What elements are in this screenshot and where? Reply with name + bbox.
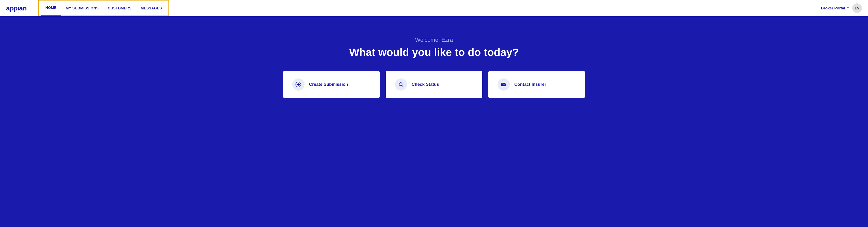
user-avatar[interactable]: EV [852, 3, 862, 13]
hero-title: What would you like to do today? [349, 46, 519, 59]
contact-insurer-label: Contact Insurer [514, 82, 546, 87]
welcome-text: Welcome, Ezra [415, 37, 453, 43]
nav-item-my-submissions[interactable]: MY SUBMISSIONS [61, 1, 103, 16]
check-status-icon-circle [395, 78, 407, 91]
svg-text:appian: appian [6, 4, 27, 12]
check-status-card[interactable]: Check Status [386, 71, 482, 98]
create-submission-icon-circle [292, 78, 304, 91]
contact-insurer-card[interactable]: Contact Insurer [488, 71, 585, 98]
nav-item-home[interactable]: HOME [41, 1, 61, 16]
create-submission-card[interactable]: Create Submission [283, 71, 380, 98]
hero-section: Welcome, Ezra What would you like to do … [0, 16, 868, 227]
header-right: Broker Portal ▼ EV [821, 3, 862, 13]
app-header: appian HOME MY SUBMISSIONS CUSTOMERS MES… [0, 0, 868, 16]
svg-line-5 [402, 85, 403, 87]
action-cards-container: Create Submission Check Status Contact I… [282, 71, 586, 98]
nav-item-customers[interactable]: CUSTOMERS [103, 1, 136, 16]
main-nav: HOME MY SUBMISSIONS CUSTOMERS MESSAGES [38, 0, 169, 16]
nav-item-messages[interactable]: MESSAGES [136, 1, 166, 16]
contact-insurer-icon-circle [498, 78, 510, 91]
broker-portal-label: Broker Portal [821, 6, 845, 10]
logo-area: appian [6, 4, 33, 12]
check-status-label: Check Status [412, 82, 439, 87]
create-submission-label: Create Submission [309, 82, 348, 87]
chevron-down-icon: ▼ [847, 7, 849, 9]
search-icon [398, 82, 404, 87]
appian-logo: appian [6, 4, 33, 12]
plus-icon [296, 82, 301, 87]
broker-portal-dropdown[interactable]: Broker Portal ▼ [821, 6, 849, 10]
envelope-icon [501, 82, 506, 87]
